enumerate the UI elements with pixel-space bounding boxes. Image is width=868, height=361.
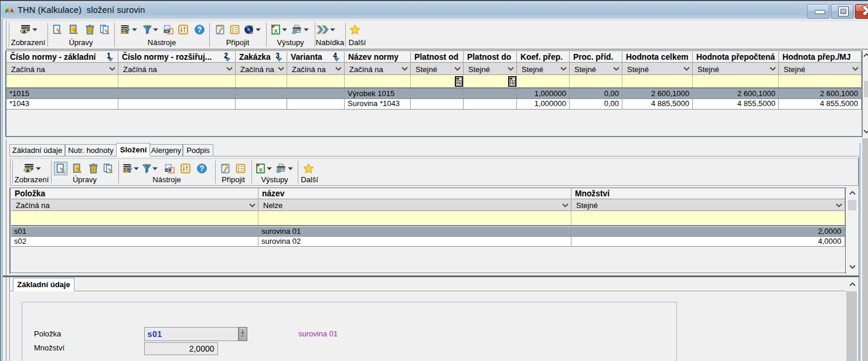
svg-text:?: ? <box>198 25 202 34</box>
svg-text:x: x <box>258 165 263 173</box>
svg-text:?: ? <box>200 164 205 173</box>
svg-text:x: x <box>274 26 278 34</box>
